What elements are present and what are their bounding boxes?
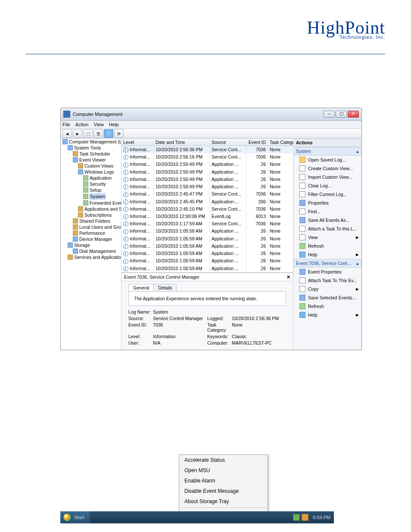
table-row[interactable]: Information10/20/2010 1:17:59 AMService … — [121, 220, 300, 227]
table-row[interactable]: Information10/20/2010 2:50:49 PMApplicat… — [121, 168, 300, 176]
actions-section-system[interactable]: System▴ — [293, 147, 361, 156]
tab-general[interactable]: General — [128, 284, 154, 291]
tree-item[interactable]: Event Viewer — [61, 157, 121, 163]
forward-button[interactable]: ► — [73, 129, 82, 138]
tree-item[interactable]: Local Users and Groups — [61, 224, 121, 230]
menu-disable-event-message[interactable]: Disable Event Message — [179, 486, 268, 496]
tree-item[interactable]: Windows Logs — [61, 169, 121, 175]
tree-item[interactable]: Device Manager — [61, 236, 121, 242]
action-item[interactable]: Copy▶ — [293, 285, 361, 293]
taskbar[interactable]: Start 6:59 PM — [60, 511, 334, 523]
collapse-icon[interactable]: ▴ — [356, 149, 359, 154]
tree-item[interactable]: System Tools — [61, 145, 121, 151]
action-item[interactable]: Create Custom View... — [293, 164, 361, 173]
action-item[interactable]: Help▶ — [293, 311, 361, 319]
tree-item[interactable]: Storage — [61, 242, 121, 248]
action-label: Filter Current Log... — [308, 192, 347, 197]
close-button[interactable]: ✕ — [348, 111, 359, 118]
table-row[interactable]: Information10/20/2010 1:00:59 AMApplicat… — [121, 265, 300, 272]
menu-about-storage-tray[interactable]: About Storage Tray — [179, 496, 268, 507]
submenu-arrow-icon: ▶ — [356, 313, 359, 317]
action-icon — [299, 183, 305, 189]
tree-item[interactable]: Task Scheduler — [61, 151, 121, 157]
system-tray[interactable]: 6:59 PM — [293, 514, 334, 521]
action-item[interactable]: View▶ — [293, 233, 361, 242]
action-label: Save All Events As... — [308, 218, 349, 223]
tree-item[interactable]: Subscriptions — [61, 212, 121, 218]
tree-item[interactable]: Application — [61, 175, 121, 181]
menu-view[interactable]: View — [93, 122, 104, 127]
table-row[interactable]: Information10/20/2010 2:50:49 PMApplicat… — [121, 176, 300, 183]
action-item[interactable]: Help▶ — [293, 250, 361, 259]
col-eventid[interactable]: Event ID — [246, 139, 268, 146]
refresh-button[interactable]: ⟳ — [114, 129, 124, 138]
tray-clock[interactable]: 6:59 PM — [313, 515, 330, 520]
col-source[interactable]: Source — [210, 139, 246, 146]
grid-header[interactable]: Level Date and Time Source Event ID Task… — [121, 139, 300, 146]
tray-icon[interactable] — [293, 514, 300, 521]
menu-enable-alarm[interactable]: Enable Alarm — [179, 476, 268, 486]
table-row[interactable]: Information10/20/2010 1:05:58 AMApplicat… — [121, 243, 300, 250]
col-level[interactable]: Level — [121, 139, 154, 146]
tree-item[interactable]: System — [61, 193, 121, 200]
table-row[interactable]: Information10/20/2010 1:05:58 AMApplicat… — [121, 235, 300, 243]
collapse-icon[interactable]: ▴ — [356, 261, 359, 266]
action-item[interactable]: Import Custom View... — [293, 173, 361, 181]
actions-section-event[interactable]: Event 7036, Service Control ...▴ — [293, 259, 361, 268]
nav-tree[interactable]: Computer Management (LocalSystem ToolsTa… — [61, 139, 121, 350]
maximize-button[interactable]: ▢ — [336, 111, 347, 118]
action-item[interactable]: Clear Log... — [293, 181, 361, 190]
action-item[interactable]: Open Saved Log... — [293, 156, 361, 164]
action-item[interactable]: Attach a Task To this L... — [293, 224, 361, 233]
table-row[interactable]: Information10/20/2010 2:45:47 PMService … — [121, 190, 300, 198]
up-button[interactable]: ⬚ — [83, 129, 93, 138]
menu-open-msu[interactable]: Open MSU — [179, 465, 268, 476]
table-row[interactable]: Information10/20/2010 2:45:10 PMService … — [121, 205, 300, 213]
action-item[interactable]: Event Properties — [293, 268, 361, 276]
tree-item[interactable]: Setup — [61, 187, 121, 193]
menu-file[interactable]: File — [62, 122, 70, 127]
tree-item[interactable]: Shared Folders — [61, 218, 121, 224]
table-row[interactable]: Information10/20/2010 1:00:59 AMApplicat… — [121, 250, 300, 257]
action-item[interactable]: Refresh — [293, 302, 361, 311]
detail-close-button[interactable]: ✕ — [286, 274, 290, 280]
titlebar[interactable]: Computer Management – ▢ ✕ — [61, 108, 361, 121]
action-item[interactable]: Attach Task To This Ev... — [293, 276, 361, 285]
tree-item[interactable]: Applications and Se — [61, 206, 121, 212]
tree-item[interactable]: Computer Management (Local — [61, 139, 121, 145]
tree-item[interactable]: Disk Management — [61, 248, 121, 254]
tray-icon[interactable] — [302, 514, 308, 521]
start-button[interactable]: Start — [60, 511, 90, 523]
props-button[interactable]: ☰ — [93, 129, 103, 138]
minimize-button[interactable]: – — [324, 111, 335, 118]
menu-help[interactable]: Help — [109, 122, 119, 127]
tree-item[interactable]: Services and Applications — [61, 254, 121, 260]
tree-item[interactable]: Forwarded Event — [61, 200, 121, 206]
actions-header: Actions — [293, 139, 361, 147]
menu-accelerate-status[interactable]: Accelerate Status — [179, 455, 268, 465]
tree-item[interactable]: Security — [61, 181, 121, 187]
action-item[interactable]: Filter Current Log... — [293, 190, 361, 199]
table-row[interactable]: Information10/20/2010 2:56:16 PMService … — [121, 153, 300, 161]
table-row[interactable]: Information10/20/2010 1:05:58 AMApplicat… — [121, 227, 300, 235]
action-item[interactable]: Properties — [293, 199, 361, 207]
table-row[interactable]: Information10/20/2010 1:00:59 AMApplicat… — [121, 257, 300, 264]
tree-item[interactable]: Performance — [61, 230, 121, 236]
table-row[interactable]: Information10/20/2010 2:50:49 PMApplicat… — [121, 183, 300, 190]
table-row[interactable]: Information10/20/2010 2:45:45 PMApplicat… — [121, 198, 300, 205]
table-row[interactable]: Information10/20/2010 2:50:49 PMApplicat… — [121, 161, 300, 168]
back-button[interactable]: ◄ — [62, 129, 72, 138]
help-button[interactable]: ? — [104, 129, 113, 138]
action-item[interactable]: Save Selected Events... — [293, 293, 361, 302]
action-item[interactable]: Refresh — [293, 242, 361, 250]
action-item[interactable]: Find... — [293, 207, 361, 216]
col-date[interactable]: Date and Time — [154, 139, 210, 146]
action-item[interactable]: Save All Events As... — [293, 216, 361, 224]
grid-body[interactable]: Information10/20/2010 2:56:36 PMService … — [121, 146, 300, 273]
table-row[interactable]: Information10/20/2010 2:56:36 PMService … — [121, 146, 300, 153]
tree-item[interactable]: Custom Views — [61, 163, 121, 169]
property-pair: Level:Information — [128, 334, 207, 339]
tab-details[interactable]: Details — [153, 284, 177, 291]
menu-action[interactable]: Action — [75, 122, 89, 127]
table-row[interactable]: Information10/20/2010 12:00:06 PMEventLo… — [121, 213, 300, 220]
